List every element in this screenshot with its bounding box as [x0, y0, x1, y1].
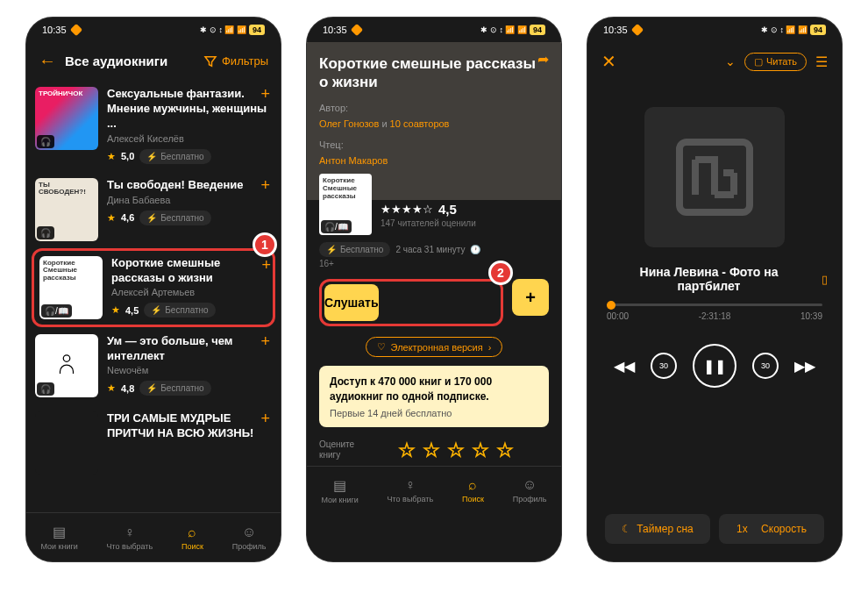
status-indicators: ✱ ⊙ ↕ 📶 📶 94 [480, 25, 545, 35]
status-icon [630, 24, 643, 36]
headphones-icon: 🎧 [37, 382, 54, 396]
previous-track-icon[interactable]: ◀◀ [614, 358, 635, 375]
list-item[interactable]: 🎧 Ум — это больше, чем интеллект Newочём… [35, 327, 272, 404]
book-cover[interactable]: ТРОЙНИЧОК🎧 [35, 87, 98, 150]
headphones-icon: 🎧 [37, 226, 54, 239]
headphones-icon: 🎧 [37, 135, 54, 148]
status-time: 10:35 [42, 25, 67, 35]
age-rating: 16+ [319, 259, 549, 268]
forward-30-button[interactable]: 30 [752, 353, 779, 379]
add-button[interactable]: + [260, 332, 270, 351]
status-bar: 10:35 ✱ ⊙ ↕ 📶 📶 94 [307, 18, 561, 42]
time-total: 10:39 [800, 311, 822, 321]
filter-icon [203, 54, 218, 69]
step-badge-2: 2 [488, 261, 513, 285]
headphones-book-icon: 🎧/📖 [41, 304, 72, 318]
book-author: Дина Бабаева [107, 195, 272, 205]
profile-icon: ☺ [242, 525, 256, 540]
list-item[interactable]: ТЫ СВОБОДЕН?!🎧 Ты свободен! Введение Дин… [35, 171, 272, 248]
book-cover[interactable] [35, 411, 98, 475]
nav-profile[interactable]: ☺Профиль [513, 477, 547, 503]
list-item[interactable]: ТРИ САМЫЕ МУДРЫЕ ПРИТЧИ НА ВСЮ ЖИЗНЬ! + [35, 404, 272, 482]
rating-stars-input[interactable]: ★★★★★ [363, 439, 549, 460]
player-top-bar: ✕ ⌄ ▢Читать ☰ [587, 42, 842, 81]
now-playing-title: Нина Левина - Фото на партбилет [601, 265, 816, 293]
add-button[interactable]: + [261, 256, 271, 275]
bookmark-icon[interactable]: ▯ [822, 273, 828, 286]
bulb-icon: ♀ [405, 477, 416, 493]
status-indicators: ✱ ⊙ ↕ 📶 📶 94 [200, 25, 265, 35]
book-title: ТРИ САМЫЕ МУДРЫЕ ПРИТЧИ НА ВСЮ ЖИЗНЬ! [107, 411, 272, 441]
share-icon[interactable]: ➦ [537, 51, 549, 68]
duration-label: 2 часа 31 минуту [395, 245, 465, 254]
book-title: Короткие смешные рассказы о жизни [319, 54, 549, 92]
bulb-icon: ♀ [125, 525, 135, 540]
close-icon[interactable]: ✕ [601, 51, 616, 72]
next-track-icon[interactable]: ▶▶ [794, 358, 815, 375]
add-button[interactable]: + [260, 176, 270, 195]
listen-button-highlight: 2 Слушать [319, 279, 503, 326]
list-item[interactable]: ТРОЙНИЧОК🎧 Сексуальные фантазии. Мнение … [35, 80, 272, 171]
back-icon[interactable]: ← [39, 51, 56, 71]
electronic-version-chip[interactable]: ♡Электронная версия› [366, 337, 503, 357]
free-tag: ⚡Бесплатно [319, 242, 390, 257]
nav-discover[interactable]: ♀Что выбрать [107, 525, 153, 551]
star-icon: ★ [107, 212, 116, 224]
nav-search[interactable]: ⌕Поиск [181, 525, 203, 551]
coauthors-link[interactable]: 10 соавторов [390, 118, 450, 129]
heart-icon: ♡ [377, 341, 386, 353]
book-title: Ум — это больше, чем интеллект [107, 334, 272, 364]
chevron-down-icon[interactable]: ⌄ [725, 54, 736, 68]
subscription-banner[interactable]: Доступ к 470 000 книг и 170 000 аудиокни… [319, 366, 549, 427]
add-to-library-button[interactable]: + [512, 279, 549, 316]
seek-bar[interactable] [607, 303, 822, 306]
free-tag: ⚡Бесплатно [144, 303, 215, 318]
reader-link[interactable]: Антон Макаров [319, 155, 388, 166]
seek-handle[interactable] [607, 301, 615, 310]
book-cover[interactable]: 🎧 [35, 334, 98, 397]
nav-my-books[interactable]: ▤Мои книги [321, 477, 358, 504]
star-icon: ★ [107, 151, 116, 162]
status-time: 10:35 [323, 25, 347, 35]
add-button[interactable]: + [260, 410, 270, 428]
status-time: 10:35 [603, 25, 628, 35]
list-item-highlighted[interactable]: Короткие Смешные рассказы🎧/📖 Короткие см… [32, 248, 275, 327]
search-icon: ⌕ [188, 525, 196, 540]
speed-button[interactable]: 1x Скорость [719, 514, 824, 544]
time-elapsed: 00:00 [607, 311, 629, 321]
books-icon: ▤ [333, 477, 346, 494]
nav-profile[interactable]: ☺Профиль [232, 525, 267, 551]
sleep-timer-button[interactable]: ☾Таймер сна [605, 514, 710, 544]
book-cover[interactable]: ТЫ СВОБОДЕН?!🎧 [35, 178, 98, 241]
book-cover-small[interactable]: Короткие Смешные рассказы🎧/📖 [319, 174, 372, 235]
free-tag: ⚡Бесплатно [139, 149, 210, 164]
headphones-book-icon: 🎧/📖 [321, 220, 352, 233]
listen-button[interactable]: Слушать [324, 284, 379, 321]
screen-2-book-detail: 10:35 ✱ ⊙ ↕ 📶 📶 94 ➦ Короткие смешные ра… [307, 18, 561, 561]
player-bottom-row: ☾Таймер сна 1x Скорость [587, 493, 842, 561]
nav-discover[interactable]: ♀Что выбрать [388, 477, 434, 503]
nav-search[interactable]: ⌕Поиск [462, 477, 484, 503]
add-button[interactable]: + [260, 85, 270, 104]
rating-display: ★★★★☆ 4,5 [381, 202, 549, 217]
filter-button[interactable]: Фильтры [203, 54, 268, 69]
status-icon [350, 24, 362, 36]
book-author: Newочём [107, 365, 272, 375]
progress-section: 00:00 -2:31:18 10:39 [587, 293, 842, 332]
book-cover[interactable]: Короткие Смешные рассказы🎧/📖 [39, 256, 103, 319]
author-link[interactable]: Олег Гонозов [319, 118, 379, 129]
book-icon: ▢ [754, 56, 763, 68]
album-artwork [644, 107, 785, 247]
pause-button[interactable]: ❚❚ [693, 344, 736, 388]
bottom-nav: ▤Мои книги ♀Что выбрать ⌕Поиск ☺Профиль [26, 512, 281, 561]
screen-3-player: 10:35 ✱ ⊙ ↕ 📶 📶 94 ✕ ⌄ ▢Читать ☰ Нина Ле… [587, 18, 842, 561]
rewind-30-button[interactable]: 30 [651, 353, 677, 379]
book-author: Алексей Киселёв [107, 133, 272, 144]
nav-my-books[interactable]: ▤Мои книги [40, 524, 77, 551]
book-list[interactable]: ТРОЙНИЧОК🎧 Сексуальные фантазии. Мнение … [26, 80, 281, 512]
list-icon[interactable]: ☰ [815, 54, 828, 70]
books-icon: ▤ [53, 524, 66, 540]
bottom-nav: ▤Мои книги ♀Что выбрать ⌕Поиск ☺Профиль [307, 466, 561, 515]
read-mode-chip[interactable]: ▢Читать [744, 53, 807, 71]
status-indicators: ✱ ⊙ ↕ 📶 📶 94 [761, 25, 826, 35]
